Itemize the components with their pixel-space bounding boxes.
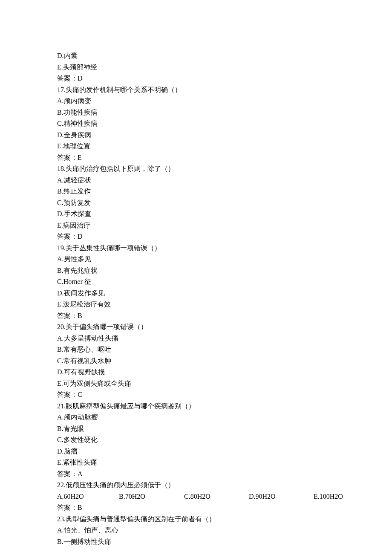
q21-option-e: E.紧张性头痛 <box>57 457 392 468</box>
q18-option-c: C.预防复发 <box>57 197 392 209</box>
q17-option-d: D.全身疾病 <box>57 130 392 141</box>
q19-option-c: C.Horner 征 <box>57 276 392 288</box>
q16-option-d: D.内囊 <box>57 50 392 62</box>
q17-option-c: C.精神性疾病 <box>57 118 392 130</box>
q16-answer: 答案：D <box>57 73 392 84</box>
q22-option-e: E.100H2O <box>314 491 343 503</box>
q18-option-a: A.减轻症状 <box>57 175 392 186</box>
q20-option-e: E.可为双侧头痛或全头痛 <box>57 378 392 390</box>
q22-option-d: D.90H2O <box>249 491 314 503</box>
q19-option-a: A.男性多见 <box>57 254 392 265</box>
q19-stem: 19.关于丛集性头痛哪一项错误（） <box>57 243 392 254</box>
q23-stem: 23.典型偏头痛与普通型偏头痛的区别在于前者有（） <box>57 514 392 525</box>
document-page: D.内囊 E.头颈部神经 答案：D 17.头痛的发作机制与哪个关系不明确（） A… <box>0 0 392 555</box>
q17-answer: 答案：E <box>57 152 392 164</box>
q22-options-row: A.60H2O B.70H2O C.80H2O D.90H2O E.100H2O <box>57 491 392 503</box>
q22-stem: 22.低颅压性头痛的颅内压必须低于（） <box>57 480 392 491</box>
q19-option-e: E.泼尼松治疗有效 <box>57 299 392 310</box>
q23-option-a: A.怕光、怕声、恶心 <box>57 525 392 536</box>
q20-answer: 答案：C <box>57 389 392 401</box>
q18-option-e: E.病因治疗 <box>57 220 392 231</box>
q18-option-b: B.终止发作 <box>57 186 392 197</box>
q16-option-e: E.头颈部神经 <box>57 62 392 73</box>
q22-option-c: C.80H2O <box>184 491 249 503</box>
q21-option-b: B.青光眼 <box>57 423 392 435</box>
q21-option-a: A.颅内动脉瘤 <box>57 412 392 423</box>
q22-option-a: A.60H2O <box>57 491 119 503</box>
q21-option-c: C.多发性硬化 <box>57 434 392 446</box>
q17-stem: 17.头痛的发作机制与哪个关系不明确（） <box>57 84 392 96</box>
q18-option-d: D.手术探查 <box>57 208 392 220</box>
q20-option-d: D.可有视野缺损 <box>57 367 392 378</box>
q21-option-d: D.脑瘤 <box>57 446 392 457</box>
q20-option-c: C.常有视乳头水肿 <box>57 356 392 367</box>
q18-stem: 18.头痛的治疗包括以下原则，除了（） <box>57 163 392 175</box>
q20-option-a: A.大多呈搏动性头痛 <box>57 333 392 344</box>
q19-option-b: B.有先兆症状 <box>57 265 392 277</box>
q17-option-e: E.地理位置 <box>57 141 392 152</box>
q17-option-b: B.功能性疾病 <box>57 107 392 119</box>
q18-answer: 答案：D <box>57 231 392 243</box>
q21-stem: 21.眼肌麻痹型偏头痛最应与哪个疾病鉴别（） <box>57 401 392 412</box>
q21-answer: 答案：A <box>57 468 392 480</box>
q22-option-b: B.70H2O <box>119 491 184 503</box>
q19-answer: 答案：B <box>57 310 392 322</box>
q19-option-d: D.夜间发作多见 <box>57 288 392 299</box>
q22-answer: 答案：B <box>57 502 392 514</box>
q20-option-b: B.常有恶心、呕吐 <box>57 344 392 356</box>
q20-stem: 20.关于偏头痛哪一项错误（） <box>57 321 392 333</box>
q23-option-b: B.一侧搏动性头痛 <box>57 536 392 548</box>
q17-option-a: A.颅内病变 <box>57 95 392 107</box>
